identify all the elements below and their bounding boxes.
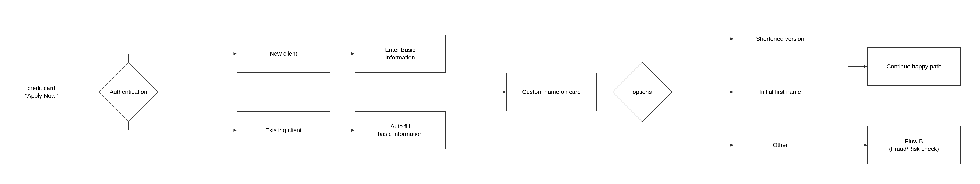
credit-card-node: credit card "Apply Now" bbox=[13, 73, 70, 111]
options-node: options bbox=[621, 71, 663, 113]
svg-marker-36 bbox=[864, 144, 867, 146]
shortened-version-node: Shortened version bbox=[733, 20, 827, 58]
svg-marker-11 bbox=[352, 129, 355, 131]
flow-b-node: Flow B (Fraud/Risk check) bbox=[867, 126, 961, 164]
auto-fill-node: Auto fill basic information bbox=[355, 111, 446, 149]
new-client-node: New client bbox=[237, 35, 330, 73]
svg-marker-31 bbox=[864, 65, 867, 68]
initial-first-name-node: Initial first name bbox=[733, 73, 827, 111]
enter-basic-info-node: Enter Basic information bbox=[355, 35, 446, 73]
svg-marker-9 bbox=[352, 53, 355, 55]
other-node: Other bbox=[733, 126, 827, 164]
svg-marker-4 bbox=[234, 53, 237, 55]
continue-happy-path-node: Continue happy path bbox=[867, 47, 961, 86]
existing-client-node: Existing client bbox=[237, 111, 330, 149]
svg-marker-7 bbox=[234, 129, 237, 131]
svg-marker-27 bbox=[730, 144, 733, 146]
custom-name-node: Custom name on card bbox=[506, 73, 597, 111]
svg-marker-22 bbox=[730, 38, 733, 40]
flowchart-diagram: credit card "Apply Now" Authentication N… bbox=[0, 0, 980, 184]
svg-marker-15 bbox=[503, 91, 506, 93]
svg-marker-24 bbox=[730, 91, 733, 93]
authentication-node: Authentication bbox=[107, 71, 150, 113]
